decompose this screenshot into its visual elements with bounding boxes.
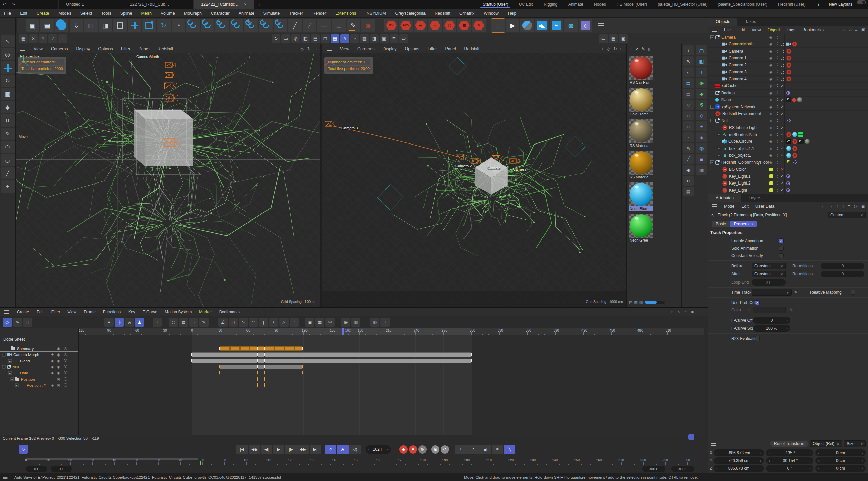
keyframe[interactable] [191,359,192,363]
viewport-menu-item[interactable]: Options [98,46,113,51]
visibility-dots-icon[interactable] [777,168,778,171]
object-row[interactable]: + box_object1 ◈ [708,152,868,159]
visibility-dots-icon[interactable] [777,50,778,53]
delete-material-icon[interactable]: ▯ [648,46,650,52]
menu-item[interactable]: View [752,27,761,32]
workplane-icon[interactable]: L [58,34,67,43]
timeline-menu-icon[interactable] [4,310,9,314]
cube-prim-icon[interactable]: ◧ [696,56,707,66]
key-region-icon[interactable]: ◇ [19,445,28,454]
viewport-menu-icon[interactable] [327,47,332,51]
coordinates-menu-icon[interactable] [711,442,716,446]
layer-icon[interactable] [769,181,773,185]
viewport-menu-item[interactable]: Cameras [51,46,68,51]
layout-tab[interactable]: Redshift (User) [773,0,810,9]
maximize-view-icon[interactable]: □ [620,46,623,51]
track-row[interactable]: − Null ◈ ◉ Ⓢ [0,364,78,370]
redshift-tag-icon[interactable] [786,62,791,68]
up-icon[interactable]: ↑ [836,204,839,209]
select-icon[interactable]: ↖ [683,56,694,66]
material-item[interactable]: Neon Blue [629,182,653,211]
expand-icon[interactable] [717,77,721,81]
relative-mapping-checkbox[interactable] [851,290,855,295]
new-document-button[interactable]: + [254,0,264,9]
expand-icon[interactable] [710,84,714,88]
track-row[interactable]: − Position ◉ Ⓢ [0,376,78,382]
object-row[interactable]: Camera.2 ◈ [708,62,868,69]
record-icon[interactable]: ◉ [341,318,350,327]
scale-tool-icon[interactable] [142,19,156,32]
solo-icon[interactable]: Ⓢ [64,370,67,376]
enable-icon[interactable] [781,57,784,60]
keyframe[interactable] [471,352,472,357]
expand-icon[interactable] [717,140,721,143]
track-name[interactable]: Blend [20,359,30,363]
axis-x-button[interactable]: X [29,34,38,43]
points-mode-icon[interactable]: ◆ [1,101,15,113]
track-row[interactable]: ▸ Position . Y ◈ ◉ Ⓢ [0,382,78,388]
coord-square-icon[interactable]: □ [201,19,214,32]
expand-icon[interactable]: − [2,365,6,369]
sphere-icon[interactable]: ● [104,318,114,327]
expand-icon[interactable] [710,91,714,95]
redshift-tag-icon[interactable] [792,146,797,151]
object-name[interactable]: xpSystem Network [722,104,755,109]
track-row[interactable]: ▸ Data ◈ ◉ Ⓢ [0,370,78,376]
track-name[interactable]: Summary [17,347,34,351]
play-button[interactable]: ▶ [273,445,284,454]
track-name[interactable]: Null [12,365,19,369]
position-field[interactable]: 720.359 cm [728,458,750,463]
menu-item[interactable]: File [724,27,731,32]
visibility-dots-icon[interactable] [777,42,778,46]
object-row[interactable]: − Camera ◈ [708,34,868,41]
expand-icon[interactable] [717,49,721,53]
color-field[interactable] [753,307,786,313]
loop-button[interactable]: ↻ [325,445,336,454]
layer-icon[interactable] [769,174,773,178]
doc-tab[interactable]: 122721_R&D_Cub... [122,0,176,9]
menu-item[interactable]: Window [484,11,498,16]
stack-tag-icon[interactable] [798,132,803,137]
expand-icon[interactable] [717,168,721,171]
eyedropper-icon[interactable]: ✎ [794,290,798,295]
sphere-tag-icon[interactable] [786,153,791,158]
eye-icon[interactable]: ◉ [57,346,60,351]
keyframe[interactable] [219,346,220,350]
layer-icon[interactable]: ◈ [769,97,772,102]
thumbnail-size-slider[interactable] [645,301,665,304]
material-item[interactable]: Gold Hamr [629,88,653,116]
search-icon[interactable]: ◌ [842,204,845,209]
enable-icon[interactable] [781,43,784,46]
keyframe[interactable] [229,346,231,350]
redshift-tag-icon[interactable] [792,42,797,47]
material-thumbnail[interactable] [629,119,653,143]
visibility-dots-icon[interactable] [777,36,778,39]
timeline-maximize-icon[interactable] [688,434,694,440]
layer-icon[interactable]: ◈ [769,160,772,165]
object-name[interactable]: Plane [721,97,731,102]
object-row[interactable]: Camera ◈ [708,48,868,55]
position-field[interactable]: -886.673 cm [728,450,750,455]
material-thumbnail[interactable] [629,56,653,80]
enable-icon[interactable] [781,78,784,81]
corner-tool-icon[interactable]: ∟ [332,19,346,32]
fcurve-scale-field[interactable]: 100 % [766,326,777,331]
menu-item[interactable]: Tags [787,27,795,32]
rotate-view-icon[interactable]: ↻ [307,46,311,51]
viewport-menu-item[interactable]: Filter [428,46,437,51]
object-row[interactable]: xpCache ◈ [708,83,868,90]
viewport-menu-item[interactable]: Redshift [157,46,173,51]
slash2-tool-icon[interactable]: ∕ [303,19,316,32]
maximize-view-icon[interactable]: □ [314,46,316,51]
viewport-menu-item[interactable]: Panel [445,46,456,51]
fcurve-mode-icon[interactable]: ∿ [13,318,22,327]
tile-icon[interactable]: ▦ [19,34,28,43]
dots-icon[interactable]: ∴ [290,318,299,327]
enable-icon[interactable] [781,98,784,102]
grid-icon[interactable]: ▦ [683,187,694,196]
keyframe[interactable] [302,365,303,369]
enable-icon[interactable] [781,64,784,67]
menu-item[interactable]: Greyscalegorilla [395,11,426,16]
solo-icon[interactable]: S [55,19,68,32]
drop-floor-icon[interactable]: ↓ [491,19,505,32]
